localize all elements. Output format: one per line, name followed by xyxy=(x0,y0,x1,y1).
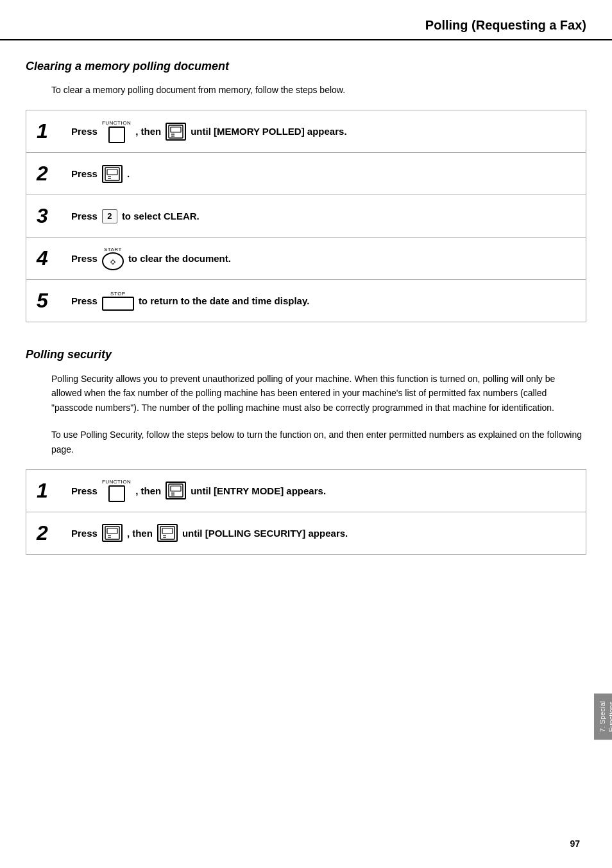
press-label-s2: Press xyxy=(71,528,98,539)
nav-key-s2b[interactable] xyxy=(157,524,178,542)
until-label-1: until [MEMORY POLLED] appears. xyxy=(191,126,346,137)
clearing-section-title: Clearing a memory polling document xyxy=(26,60,586,73)
svg-rect-1 xyxy=(171,127,181,132)
polling-security-intro-1: Polling Security allows you to prevent u… xyxy=(26,372,586,415)
clearing-steps-table: 1 Press FUNCTION , then xyxy=(26,110,586,322)
polling-security-steps-table: 1 Press FUNCTION , then xyxy=(26,469,586,555)
side-tab: 7. SpecialFunctions xyxy=(594,693,612,740)
step-number-2: 2 xyxy=(37,162,62,186)
until-label-s1: until [ENTRY MODE] appears. xyxy=(191,485,326,496)
main-content: Clearing a memory polling document To cl… xyxy=(0,60,612,606)
stop-key[interactable]: STOP xyxy=(102,291,134,311)
clearing-step-2: 2 Press . xyxy=(26,153,586,195)
polling-security-section: Polling security Polling Security allows… xyxy=(26,348,586,555)
clear-doc-label: to clear the document. xyxy=(128,253,231,264)
security-step-number-2: 2 xyxy=(37,521,62,545)
period-2: . xyxy=(127,168,130,179)
step-4-content: Press START ◇ to clear the document. xyxy=(71,247,231,270)
side-tab-text: 7. SpecialFunctions xyxy=(599,701,612,732)
clearing-step-1: 1 Press FUNCTION , then xyxy=(26,110,586,153)
page-number: 97 xyxy=(570,838,580,849)
nav-key-2[interactable] xyxy=(102,165,123,183)
step-number-4: 4 xyxy=(37,247,62,270)
press-label-1: Press xyxy=(71,126,98,137)
clearing-step-5: 5 Press STOP to return to the date and t… xyxy=(26,280,586,322)
step-5-content: Press STOP to return to the date and tim… xyxy=(71,291,309,311)
svg-rect-5 xyxy=(107,169,117,175)
clearing-section-intro: To clear a memory polling document from … xyxy=(26,83,586,97)
step-number-3: 3 xyxy=(37,204,62,228)
step-1-content: Press FUNCTION , then unt xyxy=(71,120,347,143)
svg-rect-9 xyxy=(171,486,181,491)
polling-security-title: Polling security xyxy=(26,348,586,361)
nav-key-1[interactable] xyxy=(166,123,186,141)
security-step-2: 2 Press , then xyxy=(26,512,586,554)
nav-key-s1[interactable] xyxy=(166,482,186,499)
svg-rect-13 xyxy=(107,528,117,534)
security-step-number-1: 1 xyxy=(37,479,62,503)
clearing-section: Clearing a memory polling document To cl… xyxy=(26,60,586,322)
then-label-s2: , then xyxy=(127,528,153,539)
svg-rect-17 xyxy=(162,528,173,534)
step-2-content: Press . xyxy=(71,165,130,183)
step-number-5: 5 xyxy=(37,289,62,313)
select-clear-label: to select CLEAR. xyxy=(122,211,200,221)
security-step-1: 1 Press FUNCTION , then xyxy=(26,470,586,512)
clearing-step-3: 3 Press 2 to select CLEAR. xyxy=(26,195,586,238)
press-label-3: Press xyxy=(71,211,98,221)
page-header: Polling (Requesting a Fax) xyxy=(0,0,612,40)
press-label-s1: Press xyxy=(71,485,98,496)
until-label-s2: until [POLLING SECURITY] appears. xyxy=(182,528,348,539)
then-label-1: , then xyxy=(135,126,161,137)
step-3-content: Press 2 to select CLEAR. xyxy=(71,209,200,223)
security-step-2-content: Press , then xyxy=(71,524,348,542)
press-label-5: Press xyxy=(71,295,98,306)
press-label-4: Press xyxy=(71,253,98,264)
clearing-step-4: 4 Press START ◇ to clear the document. xyxy=(26,238,586,280)
polling-security-intro-2: To use Polling Security, follow the step… xyxy=(26,428,586,456)
step-number-1: 1 xyxy=(37,119,62,143)
then-label-s1: , then xyxy=(135,485,161,496)
security-step-1-content: Press FUNCTION , then unt xyxy=(71,479,326,502)
function-key-s1[interactable]: FUNCTION xyxy=(102,479,131,502)
page-title: Polling (Requesting a Fax) xyxy=(425,18,586,32)
return-label: to return to the date and time display. xyxy=(139,295,309,306)
start-key[interactable]: START ◇ xyxy=(102,247,124,270)
press-label-2: Press xyxy=(71,168,98,179)
number-2-key[interactable]: 2 xyxy=(102,209,117,223)
function-key-1[interactable]: FUNCTION xyxy=(102,120,131,143)
nav-key-s2a[interactable] xyxy=(102,524,123,542)
